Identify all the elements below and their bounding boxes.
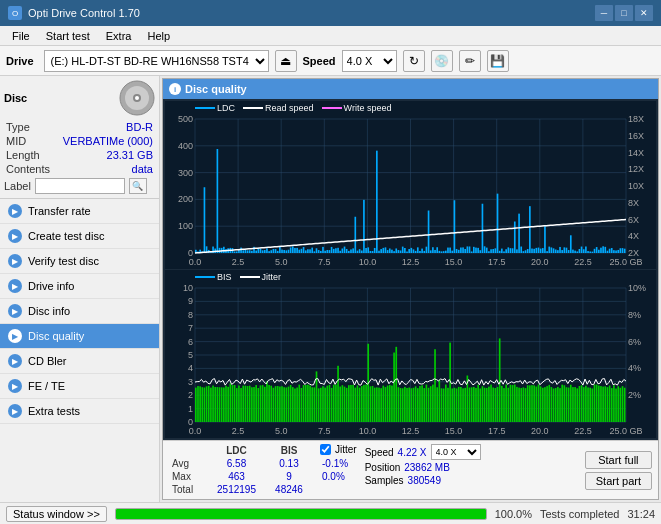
refresh-button[interactable]: ↻ [403,50,425,72]
sidebar-item-create-test-disc[interactable]: ▶ Create test disc [0,224,159,249]
start-full-button[interactable]: Start full [585,451,652,469]
content-area: i Disc quality LDC Read speed [160,76,661,502]
disc-type-value: BD-R [126,121,153,133]
app-title: Opti Drive Control 1.70 [28,7,140,19]
legend-bis: BIS [195,272,232,282]
transfer-rate-icon: ▶ [8,204,22,218]
top-chart-canvas [165,101,656,269]
minimize-button[interactable]: ─ [595,5,613,21]
disc-label-btn[interactable]: 🔍 [129,178,147,194]
nav-label-fe-te: FE / TE [28,380,65,392]
stats-avg-ldc: 6.58 [209,457,264,470]
menu-start-test[interactable]: Start test [38,29,98,43]
eject-button[interactable]: ⏏ [275,50,297,72]
disc-panel: Disc Type BD-R MID VERBATIMe (000) Lengt… [0,76,159,199]
legend-ldc-label: LDC [217,103,235,113]
disc-label-label: Label [4,180,31,192]
app-icon: O [8,6,22,20]
speed-dropdown[interactable]: 4.0 X [431,444,481,460]
main-area: Disc Type BD-R MID VERBATIMe (000) Lengt… [0,76,661,502]
disc-quality-header: i Disc quality [163,79,658,99]
stats-area: LDC BIS Avg 6.58 0.13 Max 463 9 Total 25… [163,440,658,499]
stats-table: LDC BIS Avg 6.58 0.13 Max 463 9 Total 25… [169,444,314,496]
sidebar-item-transfer-rate[interactable]: ▶ Transfer rate [0,199,159,224]
speed-select[interactable]: 4.0 X [342,50,397,72]
speed-section: Speed 4.22 X 4.0 X Position 23862 MB Sam… [365,444,481,496]
speed-header-label: Speed [365,447,394,458]
stats-header-ldc: LDC [209,444,264,457]
jitter-color [240,276,260,278]
close-button[interactable]: ✕ [635,5,653,21]
sidebar-item-fe-te[interactable]: ▶ FE / TE [0,374,159,399]
nav-label-disc-quality: Disc quality [28,330,84,342]
nav-label-cd-bler: CD Bler [28,355,67,367]
top-chart-legend: LDC Read speed Write speed [195,103,391,113]
disc-quality-title: Disc quality [185,83,247,95]
bottom-chart-canvas [165,270,656,438]
sidebar-item-drive-info[interactable]: ▶ Drive info [0,274,159,299]
legend-write-speed-label: Write speed [344,103,392,113]
sidebar-item-cd-bler[interactable]: ▶ CD Bler [0,349,159,374]
stats-max-bis: 9 [264,470,314,483]
disc-type-row: Type BD-R [4,120,155,134]
menu-file[interactable]: File [4,29,38,43]
maximize-button[interactable]: □ [615,5,633,21]
jitter-checkbox[interactable] [320,444,331,455]
write-button[interactable]: ✏ [459,50,481,72]
status-window-button[interactable]: Status window >> [6,506,107,522]
verify-test-disc-icon: ▶ [8,254,22,268]
bottom-chart: BIS Jitter [165,270,656,438]
speed-header-row: Speed 4.22 X 4.0 X [365,444,481,460]
speed-label: Speed [303,55,336,67]
stats-header-empty [169,444,209,457]
drive-info-icon: ▶ [8,279,22,293]
legend-bis-label: BIS [217,272,232,282]
disc-length-row: Length 23.31 GB [4,148,155,162]
progress-bar [116,509,486,519]
menu-help[interactable]: Help [139,29,178,43]
window-controls: ─ □ ✕ [595,5,653,21]
disc-quality-panel: i Disc quality LDC Read speed [162,78,659,500]
start-part-button[interactable]: Start part [585,472,652,490]
stats-total-label: Total [169,483,209,496]
disc-label-input[interactable] [35,178,125,194]
stats-max-jitter: 0.0% [320,470,357,483]
drive-select[interactable]: (E:) HL-DT-ST BD-RE WH16NS58 TST4 [44,50,269,72]
menu-extra[interactable]: Extra [98,29,140,43]
jitter-section: Jitter -0.1% 0.0% [320,444,357,496]
disc-type-label: Type [6,121,30,133]
position-row: Position 23862 MB [365,462,481,473]
legend-read-speed-label: Read speed [265,103,314,113]
stats-avg-jitter: -0.1% [320,457,357,470]
sidebar-item-disc-quality[interactable]: ▶ Disc quality [0,324,159,349]
stats-header-bis: BIS [264,444,314,457]
nav-label-transfer-rate: Transfer rate [28,205,91,217]
nav-label-create-test-disc: Create test disc [28,230,104,242]
status-bar: Status window >> 100.0% Tests completed … [0,502,661,524]
sidebar-item-extra-tests[interactable]: ▶ Extra tests [0,399,159,424]
write-speed-color [322,107,342,109]
disc-mid-row: MID VERBATIMe (000) [4,134,155,148]
save-button[interactable]: 💾 [487,50,509,72]
sidebar-item-verify-test-disc[interactable]: ▶ Verify test disc [0,249,159,274]
disc-length-label: Length [6,149,40,161]
status-time: 31:24 [627,508,655,520]
nav-label-extra-tests: Extra tests [28,405,80,417]
disc-button[interactable]: 💿 [431,50,453,72]
legend-jitter: Jitter [240,272,282,282]
disc-quality-header-icon: i [169,83,181,95]
fe-te-icon: ▶ [8,379,22,393]
stats-total-ldc: 2512195 [209,483,264,496]
read-speed-color [243,107,263,109]
stats-total-jitter-empty [320,483,357,485]
stats-max-ldc: 463 [209,470,264,483]
legend-ldc: LDC [195,103,235,113]
nav-label-verify-test-disc: Verify test disc [28,255,99,267]
position-value: 23862 MB [404,462,450,473]
sidebar-item-disc-info[interactable]: ▶ Disc info [0,299,159,324]
action-buttons: Start full Start part [585,444,652,496]
progress-percent: 100.0% [495,508,532,520]
sidebar: Disc Type BD-R MID VERBATIMe (000) Lengt… [0,76,160,502]
disc-mid-value: VERBATIMe (000) [63,135,153,147]
legend-write-speed: Write speed [322,103,392,113]
